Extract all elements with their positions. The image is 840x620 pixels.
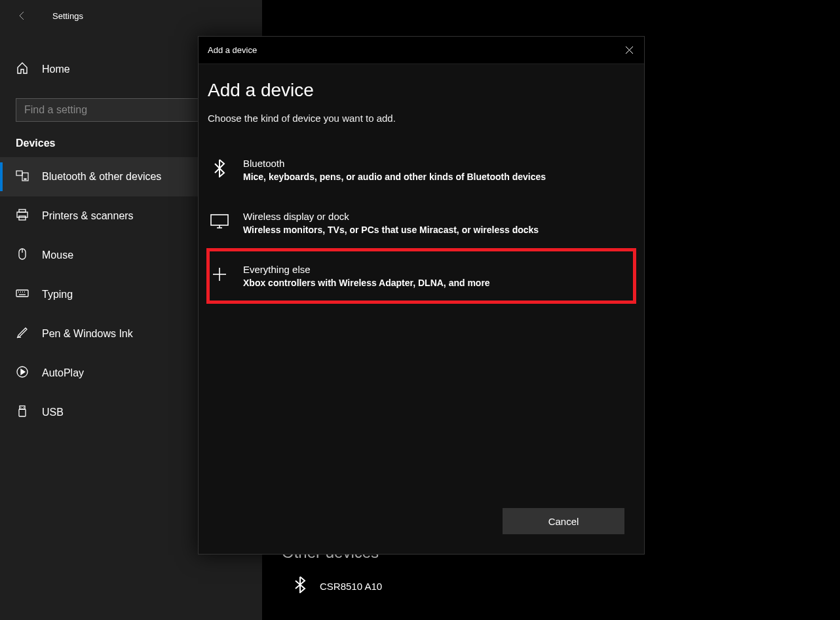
option-title: Bluetooth — [243, 158, 635, 169]
sidebar-item-label: Printers & scanners — [42, 210, 134, 222]
option-everything-else[interactable]: Everything else Xbox controllers with Wi… — [208, 249, 635, 302]
bluetooth-icon — [209, 158, 230, 179]
svg-rect-17 — [20, 406, 25, 409]
option-text: Bluetooth Mice, keyboards, pens, or audi… — [243, 158, 635, 182]
option-desc: Wireless monitors, TVs, or PCs that use … — [243, 225, 635, 235]
option-desc: Xbox controllers with Wireless Adapter, … — [243, 278, 635, 288]
sidebar-item-label: Pen & Windows Ink — [42, 328, 133, 340]
svg-rect-4 — [24, 179, 26, 179]
sidebar-item-label: Mouse — [42, 249, 73, 261]
app-title: Settings — [52, 11, 83, 21]
device-name: CSR8510 A10 — [320, 581, 382, 592]
home-icon — [16, 62, 42, 77]
option-title: Everything else — [243, 264, 635, 275]
dialog-close-button[interactable] — [614, 37, 644, 64]
dialog-heading: Add a device — [208, 80, 635, 101]
pen-icon — [16, 326, 42, 342]
option-desc: Mice, keyboards, pens, or audio and othe… — [243, 172, 635, 182]
svg-rect-2 — [16, 171, 22, 175]
option-bluetooth[interactable]: Bluetooth Mice, keyboards, pens, or audi… — [208, 143, 635, 196]
option-wireless-display[interactable]: Wireless display or dock Wireless monito… — [208, 196, 635, 249]
monitor-icon — [209, 211, 230, 232]
usb-icon — [16, 405, 42, 420]
dialog-body: Add a device Choose the kind of device y… — [199, 64, 644, 318]
option-text: Wireless display or dock Wireless monito… — [243, 211, 635, 235]
plus-icon — [209, 264, 230, 285]
home-label: Home — [42, 64, 70, 75]
add-device-dialog: Add a device Add a device Choose the kin… — [198, 36, 645, 555]
dialog-footer: Cancel — [503, 508, 624, 534]
sidebar-item-label: AutoPlay — [42, 367, 84, 379]
dialog-title: Add a device — [208, 45, 257, 55]
svg-rect-10 — [16, 290, 28, 297]
svg-rect-18 — [19, 409, 26, 416]
dialog-titlebar: Add a device — [199, 37, 644, 64]
svg-rect-21 — [211, 215, 228, 225]
sidebar-item-label: USB — [42, 407, 64, 418]
bluetooth-icon — [294, 576, 320, 596]
svg-rect-7 — [19, 216, 26, 220]
option-title: Wireless display or dock — [243, 211, 635, 222]
devices-icon — [16, 169, 42, 185]
sidebar-item-label: Typing — [42, 289, 73, 301]
device-row[interactable]: CSR8510 A10 — [282, 576, 382, 596]
back-button[interactable] — [13, 7, 31, 25]
mouse-icon — [16, 247, 42, 263]
autoplay-icon — [16, 365, 42, 381]
cancel-button[interactable]: Cancel — [503, 508, 624, 534]
sidebar-header: Settings — [0, 5, 262, 26]
keyboard-icon — [16, 287, 42, 302]
sidebar-item-label: Bluetooth & other devices — [42, 171, 161, 183]
option-text: Everything else Xbox controllers with Wi… — [243, 264, 635, 288]
printer-icon — [16, 208, 42, 224]
dialog-subtitle: Choose the kind of device you want to ad… — [208, 113, 635, 124]
